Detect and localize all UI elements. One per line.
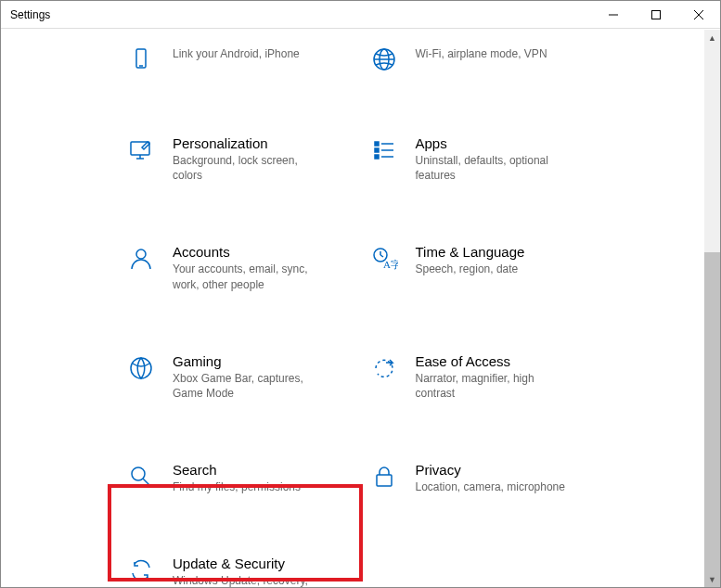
titlebar: Settings bbox=[1, 1, 720, 29]
phone-icon bbox=[126, 45, 156, 74]
svg-point-24 bbox=[132, 467, 145, 480]
tile-network[interactable]: Wi-Fi, airplane mode, VPN bbox=[369, 41, 603, 78]
tile-time-language[interactable]: A字 Time & Language Speech, region, date bbox=[369, 240, 603, 295]
search-icon bbox=[126, 462, 156, 492]
tile-desc: Xbox Game Bar, captures, Game Mode bbox=[173, 371, 330, 401]
window-controls bbox=[592, 1, 720, 28]
tile-desc: Speech, region, date bbox=[416, 262, 525, 276]
svg-rect-9 bbox=[131, 142, 149, 155]
svg-line-21 bbox=[380, 255, 383, 257]
tile-privacy[interactable]: Privacy Location, camera, microphone bbox=[369, 458, 603, 498]
accounts-icon bbox=[126, 244, 156, 274]
gaming-icon bbox=[126, 353, 156, 383]
maximize-button[interactable] bbox=[635, 1, 677, 28]
tile-search[interactable]: Search Find my files, permissions bbox=[126, 458, 360, 498]
tile-title: Ease of Access bbox=[416, 353, 573, 369]
tile-ease-of-access[interactable]: Ease of Access Narrator, magnifier, high… bbox=[369, 350, 603, 404]
minimize-button[interactable] bbox=[592, 1, 635, 28]
tile-desc: Background, lock screen, colors bbox=[173, 153, 330, 183]
tile-desc: Windows Update, recovery, backup bbox=[173, 573, 330, 587]
privacy-icon bbox=[369, 462, 399, 492]
scroll-up-arrow[interactable]: ▲ bbox=[704, 30, 720, 45]
svg-rect-16 bbox=[375, 155, 379, 159]
tile-title: Privacy bbox=[416, 462, 565, 478]
settings-content: Link your Android, iPhone Wi-Fi, airplan… bbox=[1, 30, 704, 587]
scroll-down-arrow[interactable]: ▼ bbox=[704, 571, 720, 587]
close-button[interactable] bbox=[677, 1, 720, 28]
personalization-icon bbox=[126, 135, 156, 165]
tile-title: Time & Language bbox=[416, 244, 525, 260]
svg-rect-4 bbox=[136, 49, 146, 68]
tile-desc: Link your Android, iPhone bbox=[173, 46, 300, 61]
tile-phone[interactable]: Link your Android, iPhone bbox=[126, 41, 360, 78]
scrollbar-thumb[interactable] bbox=[704, 252, 720, 588]
svg-text:A字: A字 bbox=[383, 259, 398, 270]
svg-rect-12 bbox=[375, 142, 379, 146]
tile-gaming[interactable]: Gaming Xbox Game Bar, captures, Game Mod… bbox=[126, 350, 360, 404]
tile-desc: Location, camera, microphone bbox=[416, 479, 565, 494]
tile-title: Gaming bbox=[173, 353, 330, 369]
svg-rect-14 bbox=[375, 148, 379, 152]
window-title: Settings bbox=[10, 8, 50, 21]
tile-desc: Your accounts, email, sync, work, other … bbox=[173, 262, 330, 291]
tile-desc: Narrator, magnifier, high contrast bbox=[416, 371, 573, 401]
tile-title: Search bbox=[173, 462, 301, 478]
tile-update-security[interactable]: Update & Security Windows Update, recove… bbox=[126, 552, 360, 587]
svg-rect-1 bbox=[652, 10, 661, 19]
svg-rect-26 bbox=[377, 475, 392, 486]
tile-title: Update & Security bbox=[173, 556, 330, 571]
tile-desc: Wi-Fi, airplane mode, VPN bbox=[416, 46, 547, 61]
tile-title: Apps bbox=[416, 135, 573, 151]
tile-apps[interactable]: Apps Uninstall, defaults, optional featu… bbox=[369, 132, 603, 186]
tile-title: Personalization bbox=[173, 135, 330, 151]
apps-icon bbox=[369, 135, 399, 165]
update-security-icon bbox=[126, 556, 156, 585]
svg-point-23 bbox=[131, 358, 151, 378]
globe-icon bbox=[369, 45, 399, 74]
tile-title: Accounts bbox=[173, 244, 330, 260]
tile-personalization[interactable]: Personalization Background, lock screen,… bbox=[126, 132, 360, 186]
svg-point-18 bbox=[136, 249, 146, 259]
tile-desc: Uninstall, defaults, optional features bbox=[416, 153, 573, 183]
svg-line-25 bbox=[143, 479, 150, 486]
tile-accounts[interactable]: Accounts Your accounts, email, sync, wor… bbox=[126, 240, 360, 295]
ease-of-access-icon bbox=[369, 353, 399, 383]
scrollbar[interactable]: ▲ ▼ bbox=[704, 30, 720, 587]
time-language-icon: A字 bbox=[369, 244, 399, 274]
tile-desc: Find my files, permissions bbox=[173, 479, 301, 494]
